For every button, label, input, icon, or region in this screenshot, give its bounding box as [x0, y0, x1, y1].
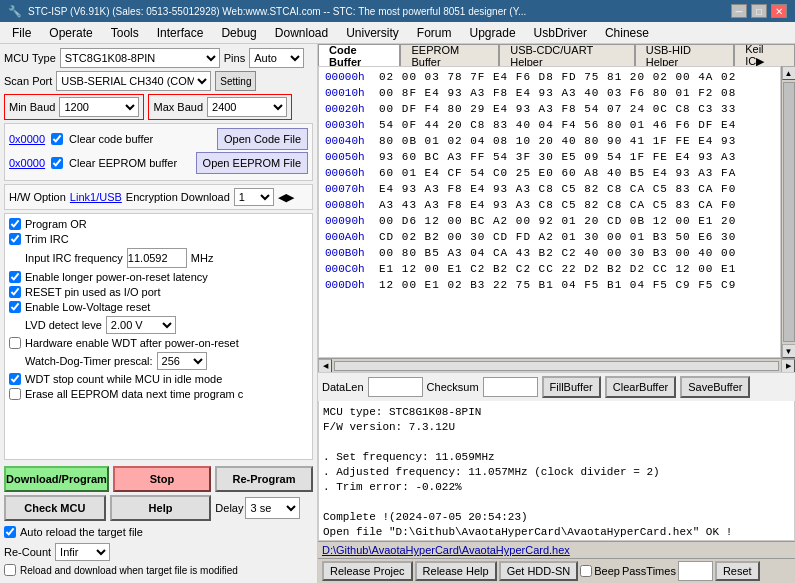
menu-forum[interactable]: Forum [409, 24, 460, 42]
menu-chinese[interactable]: Chinese [597, 24, 657, 42]
hex-container: 00000h02 00 03 78 7F E4 F6 D8 FD 75 81 2… [318, 66, 795, 358]
minimize-button[interactable]: ─ [731, 4, 747, 18]
save-buffer-button[interactable]: SaveBuffer [680, 376, 750, 398]
auto-reload-label: Auto reload the target file [20, 526, 143, 538]
hex-addr: 000A0h [321, 229, 379, 245]
addr-val-1[interactable]: 0x0000 [9, 133, 45, 145]
download-button[interactable]: Download/Program [4, 466, 109, 492]
addr-row-1: 0x0000 Clear code buffer Open Code File [9, 128, 308, 150]
option-erase-eeprom: Erase all EEPROM data next time program … [9, 388, 308, 400]
irc-freq-input[interactable] [127, 248, 187, 268]
tab-usb-hid[interactable]: USB-HID Helper [635, 44, 735, 66]
wdt-hw-checkbox[interactable] [9, 337, 21, 349]
tab-code-buffer[interactable]: Code Buffer [318, 44, 400, 66]
hex-scrollbar[interactable]: ▲ ▼ [781, 66, 795, 358]
hw-link: Link1/USB [70, 191, 122, 203]
help-button[interactable]: Help [110, 495, 212, 521]
right-panel: Code Buffer EEPROM Buffer USB-CDC/UART H… [318, 44, 795, 583]
scroll-down-arrow[interactable]: ▼ [782, 344, 796, 358]
passtimes-input[interactable]: 15 [678, 561, 713, 581]
open-eeprom-button[interactable]: Open EEPROM File [196, 152, 308, 174]
stop-button[interactable]: Stop [113, 466, 211, 492]
close-button[interactable]: ✕ [771, 4, 787, 18]
clear-code-checkbox[interactable] [51, 133, 63, 145]
clear-buffer-button[interactable]: ClearBuffer [605, 376, 676, 398]
program-or-checkbox[interactable] [9, 218, 21, 230]
addr-val-2[interactable]: 0x0000 [9, 157, 45, 169]
option-wdt-idle: WDT stop count while MCU in idle mode [9, 373, 308, 385]
scroll-up-arrow[interactable]: ▲ [782, 66, 796, 80]
log-line: . Trim error: -0.022% [323, 480, 790, 495]
get-hdd-sn-button[interactable]: Get HDD-SN [499, 561, 579, 581]
checksum-label: Checksum [427, 381, 479, 393]
port-select[interactable]: USB-SERIAL CH340 (COM14) [56, 71, 211, 91]
min-baud-select[interactable]: 1200 [59, 97, 139, 117]
hex-row: 000D0h12 00 E1 02 B3 22 75 B1 04 F5 B1 0… [321, 277, 778, 293]
release-project-button[interactable]: Release Projec [322, 561, 413, 581]
longer-reset-checkbox[interactable] [9, 271, 21, 283]
wdt-prescal-select[interactable]: 256 [157, 352, 207, 370]
hex-hscrollbar[interactable]: ◀ ▶ [318, 358, 795, 372]
open-code-button[interactable]: Open Code File [217, 128, 308, 150]
option-irc-freq: Input IRC frequency MHz [9, 248, 308, 268]
scroll-thumb[interactable] [783, 82, 795, 342]
reset-io-checkbox[interactable] [9, 286, 21, 298]
wdt-prescal-label: Watch-Dog-Timer prescal: [25, 355, 153, 367]
tab-cdc-uart[interactable]: USB-CDC/UART Helper [499, 44, 635, 66]
option-wdt-prescal: Watch-Dog-Timer prescal: 256 [9, 352, 308, 370]
menu-debug[interactable]: Debug [213, 24, 264, 42]
trim-irc-checkbox[interactable] [9, 233, 21, 245]
bottom-buttons: Download/Program Stop Re-Program Check M… [4, 463, 313, 579]
recount-row: Re-Count Infir [4, 543, 313, 561]
delay-select[interactable]: 3 se [245, 497, 300, 519]
menu-bar: File Operate Tools Interface Debug Downl… [0, 22, 795, 44]
reset-button[interactable]: Reset [715, 561, 760, 581]
release-help-button[interactable]: Release Help [415, 561, 497, 581]
tab-eeprom-buffer[interactable]: EEPROM Buffer [400, 44, 499, 66]
option-trim-irc: Trim IRC [9, 233, 308, 245]
menu-download[interactable]: Download [267, 24, 336, 42]
check-mcu-button[interactable]: Check MCU [4, 495, 106, 521]
pins-select[interactable]: Auto [249, 48, 304, 68]
datalen-input[interactable]: 0000EF [368, 377, 423, 397]
scan-port-row: Scan Port USB-SERIAL CH340 (COM14) Setti… [4, 71, 313, 91]
auto-reload-checkbox[interactable] [4, 526, 16, 538]
mcu-type-select[interactable]: STC8G1K08-8PIN [60, 48, 220, 68]
lvd-level-select[interactable]: 2.00 V [106, 316, 176, 334]
scroll-right-arrow[interactable]: ▶ [781, 359, 795, 373]
setting-button[interactable]: Setting [215, 71, 256, 91]
hscroll-thumb[interactable] [334, 361, 779, 371]
erase-eeprom-checkbox[interactable] [9, 388, 21, 400]
hex-area[interactable]: 00000h02 00 03 78 7F E4 F6 D8 FD 75 81 2… [318, 66, 781, 358]
maximize-button[interactable]: □ [751, 4, 767, 18]
menu-interface[interactable]: Interface [149, 24, 212, 42]
bottom-status-bar: Release Projec Release Help Get HDD-SN B… [318, 558, 795, 583]
reprogram-button[interactable]: Re-Program [215, 466, 313, 492]
clear-eeprom-checkbox[interactable] [51, 157, 63, 169]
reload-label: Reload and download when target file is … [20, 565, 238, 576]
menu-operate[interactable]: Operate [41, 24, 100, 42]
log-line [323, 495, 790, 510]
hex-bytes: 00 DF F4 80 29 E4 93 A3 F8 54 07 24 0C C… [379, 101, 778, 117]
title-text: STC-ISP (V6.91K) (Sales: 0513-55012928) … [28, 6, 526, 17]
beep-checkbox[interactable] [580, 565, 592, 577]
checksum-input[interactable]: 007823 [483, 377, 538, 397]
tab-keil[interactable]: Keil IC▶ [734, 44, 795, 66]
reload-checkbox[interactable] [4, 564, 16, 576]
program-or-label: Program OR [25, 218, 87, 230]
hex-row: 00040h80 0B 01 02 04 08 10 20 40 80 90 4… [321, 133, 778, 149]
recount-select[interactable]: Infir [55, 543, 110, 561]
scroll-left-arrow[interactable]: ◀ [318, 359, 332, 373]
menu-upgrade[interactable]: Upgrade [462, 24, 524, 42]
menu-university[interactable]: University [338, 24, 407, 42]
encryption-select[interactable]: 1 [234, 188, 274, 206]
fill-buffer-button[interactable]: FillBuffer [542, 376, 601, 398]
title-bar-controls[interactable]: ─ □ ✕ [731, 4, 787, 18]
max-baud-select[interactable]: 2400 [207, 97, 287, 117]
menu-file[interactable]: File [4, 24, 39, 42]
wdt-idle-checkbox[interactable] [9, 373, 21, 385]
hex-row: 00050h93 60 BC A3 FF 54 3F 30 E5 09 54 1… [321, 149, 778, 165]
menu-tools[interactable]: Tools [103, 24, 147, 42]
menu-usbdriver[interactable]: UsbDriver [526, 24, 595, 42]
lvd-reset-checkbox[interactable] [9, 301, 21, 313]
